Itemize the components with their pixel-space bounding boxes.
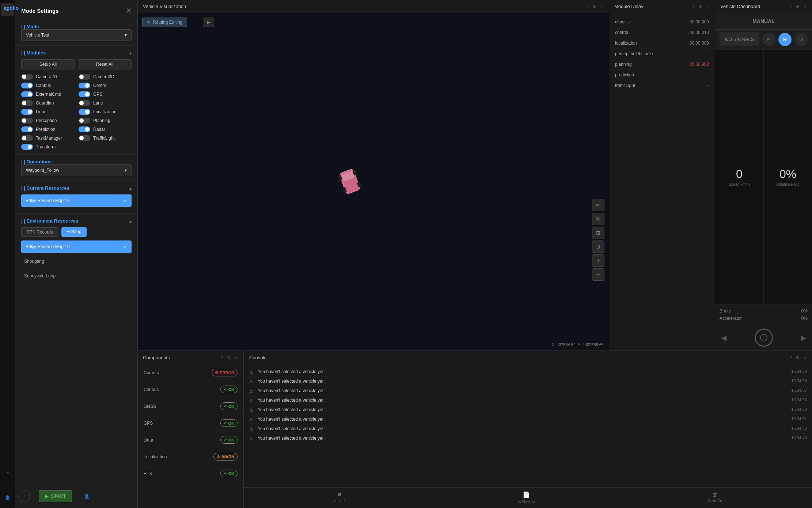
- sidebar-bottom: + ▶ START 👤: [15, 484, 137, 508]
- module-prediction-label: Prediction: [36, 127, 55, 132]
- components-help-icon[interactable]: ?: [221, 355, 223, 360]
- module-lidar: Lidar: [21, 109, 74, 115]
- module-gps-toggle[interactable]: [79, 91, 90, 97]
- delay-label-perceptionobstacle: perceptionObstacle: [615, 51, 653, 56]
- viz-tool-copy[interactable]: ⧉: [592, 213, 604, 225]
- console-panel-header: Console ? ⚙ ⤢: [244, 351, 812, 364]
- delay-expand-icon[interactable]: ⤢: [706, 4, 710, 9]
- module-radar-toggle[interactable]: [79, 126, 90, 132]
- viz-tool-zoom-out[interactable]: −: [592, 268, 604, 281]
- module-prediction-toggle[interactable]: [21, 126, 33, 132]
- console-bottom-clzar[interactable]: 🗑 Clzar Cc: [708, 491, 722, 504]
- environment-resources-chevron-icon[interactable]: ▴: [129, 219, 132, 224]
- console-help-icon[interactable]: ?: [789, 355, 792, 360]
- reset-all-button[interactable]: Reset All: [78, 59, 132, 69]
- module-lidar-toggle[interactable]: [21, 109, 33, 115]
- close-button[interactable]: ✕: [126, 7, 132, 15]
- console-settings-icon[interactable]: ⚙: [796, 355, 800, 360]
- delay-label-control: control: [615, 30, 628, 35]
- steer-right-icon[interactable]: ▶: [801, 333, 806, 342]
- console-bottom-record[interactable]: ⏺ record: [334, 491, 345, 504]
- modules-section: | Modules ▴ Setup All Reset All Camera2D…: [15, 46, 137, 155]
- module-localization: Localization: [79, 109, 132, 115]
- module-taskmanager-label: TaskManager: [36, 136, 62, 141]
- module-planning-toggle[interactable]: [79, 118, 90, 124]
- gear-r-button[interactable]: R: [778, 33, 792, 46]
- console-msg-1: You haven't selected a vehicle yet!: [258, 379, 787, 384]
- components-expand-icon[interactable]: ⤢: [235, 355, 238, 360]
- module-lane-label: Lane: [93, 101, 103, 106]
- module-taskmanager-toggle[interactable]: [21, 135, 33, 141]
- dashboard-expand-icon[interactable]: ⤢: [803, 4, 807, 9]
- delay-help-icon[interactable]: ?: [692, 4, 695, 9]
- components-settings-icon[interactable]: ⚙: [227, 355, 231, 360]
- viz-tool-layers[interactable]: ⊞: [592, 227, 604, 239]
- sidebar-title: Mode Settings: [21, 8, 59, 14]
- status-text-localization: WARN: [222, 455, 234, 459]
- module-localization-toggle[interactable]: [79, 109, 90, 115]
- module-lane-toggle[interactable]: [79, 100, 90, 106]
- current-resource-name-0: Bdkjy Reverse Map 10: [26, 198, 70, 203]
- module-transform-toggle[interactable]: [21, 144, 33, 150]
- env-resource-item-2[interactable]: Sunnyvale Loop: [21, 270, 132, 282]
- module-camera2d-toggle[interactable]: [21, 74, 33, 80]
- dashboard-settings-icon[interactable]: ⚙: [796, 4, 800, 9]
- module-control-toggle[interactable]: [79, 83, 90, 88]
- mode-dropdown[interactable]: Vehicle Test ▾: [21, 29, 132, 41]
- console-time-0: 15:34:59: [791, 369, 807, 374]
- comp-name-camera: Camera: [144, 370, 159, 375]
- nav-icon-add[interactable]: ＋: [1, 466, 14, 479]
- viz-help-icon[interactable]: ?: [586, 4, 589, 9]
- dashboard-help-icon[interactable]: ?: [789, 4, 792, 9]
- accelerator-value: 0%: [801, 316, 808, 321]
- delay-panel-title: Module Delay: [614, 4, 644, 9]
- add-circle-button[interactable]: +: [18, 490, 30, 502]
- module-canbus: Canbus: [21, 83, 74, 88]
- viz-tool-flag[interactable]: D: [592, 240, 604, 253]
- env-resource-item-1[interactable]: Shougang: [21, 255, 132, 268]
- vehicle-car: [339, 165, 361, 199]
- module-perception-toggle[interactable]: [21, 118, 33, 124]
- console-warning-icon-5: ⚠: [249, 417, 253, 422]
- viz-tool-pencil[interactable]: ✏: [592, 199, 604, 211]
- no-signals-indicator: NO SIGNALS: [720, 33, 759, 46]
- gear-d-button[interactable]: D: [794, 33, 808, 46]
- map-coordinates: X: 437584.62, Y: 4432558.66: [552, 342, 604, 347]
- module-canbus-toggle[interactable]: [21, 83, 33, 88]
- tab-rtk-records[interactable]: RTK Records: [21, 227, 58, 237]
- modules-chevron-icon[interactable]: ▴: [129, 50, 132, 56]
- env-resource-item-0[interactable]: Bdkjy Reverse Map 10 ✓: [21, 240, 132, 253]
- module-localization-label: Localization: [93, 109, 116, 114]
- module-transform-label: Transform: [36, 144, 56, 149]
- console-msg-6: You haven't selected a vehicle yet!: [258, 426, 787, 431]
- module-externalcmd-toggle[interactable]: [21, 91, 33, 97]
- nav-icon-user[interactable]: 👤: [1, 491, 14, 504]
- tab-hdmap[interactable]: HDMap: [61, 227, 87, 237]
- console-warning-icon-3: ⚠: [249, 398, 253, 403]
- routing-secondary-button[interactable]: ▶: [203, 18, 214, 27]
- steer-left-icon[interactable]: ◀: [721, 333, 726, 342]
- delay-value-trafficlight: –: [706, 83, 709, 88]
- delay-settings-icon[interactable]: ⚙: [698, 4, 702, 9]
- viz-settings-icon[interactable]: ⚙: [592, 4, 596, 9]
- status-badge-gnss: ✓ OK: [220, 402, 238, 410]
- dashboard-panel-icons: ? ⚙ ⤢: [789, 4, 807, 9]
- gear-p-button[interactable]: P: [762, 33, 775, 46]
- module-guardian-toggle[interactable]: [21, 100, 33, 106]
- console-bottom-demo[interactable]: 📄 添加Demo: [518, 491, 535, 504]
- viz-expand-icon[interactable]: ⤢: [600, 4, 604, 9]
- console-expand-icon[interactable]: ⤢: [803, 355, 807, 360]
- operations-dropdown[interactable]: Waypoint_Follow ▾: [21, 164, 132, 176]
- viz-tool-zoom-in[interactable]: +: [592, 254, 604, 267]
- module-camera3d-toggle[interactable]: [79, 74, 90, 80]
- setup-all-button[interactable]: Setup All: [21, 59, 75, 69]
- current-resources-chevron-icon[interactable]: ▴: [129, 186, 132, 191]
- start-button[interactable]: ▶ START: [39, 490, 72, 502]
- user-icon[interactable]: 👤: [81, 490, 92, 502]
- module-trafficlight-toggle[interactable]: [79, 135, 90, 141]
- current-resource-item-0[interactable]: Bdkjy Reverse Map 10 ✓: [21, 194, 132, 207]
- speed-rotation-area: 0 Speed(km/h) 0% Rotation Ratio: [715, 49, 812, 304]
- viz-panel-icons: ? ⚙ ⤢: [586, 4, 604, 9]
- routing-editing-button[interactable]: ✏ Routing Editing: [142, 18, 187, 27]
- delay-row-planning: planning 05:58.982: [609, 59, 715, 70]
